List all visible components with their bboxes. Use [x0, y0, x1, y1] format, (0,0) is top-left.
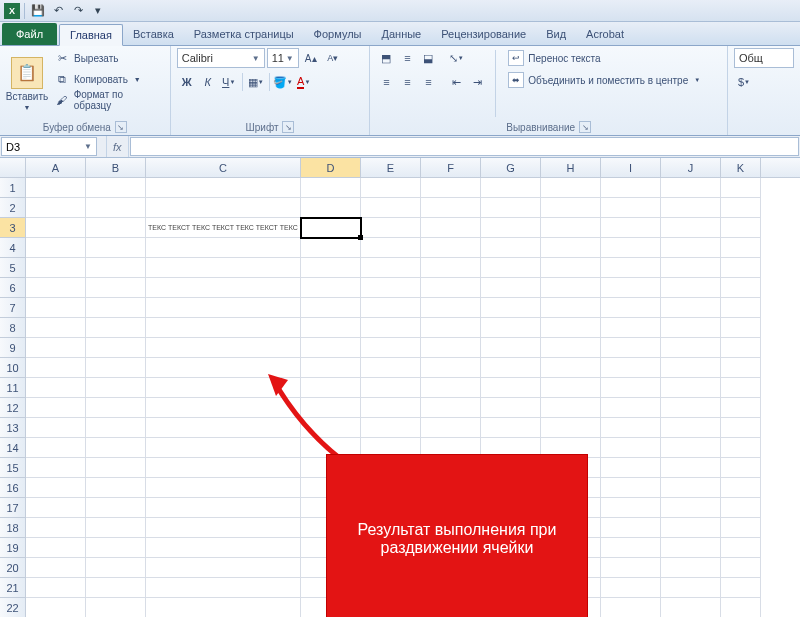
cell[interactable]: [661, 458, 721, 478]
tab-данные[interactable]: Данные: [371, 23, 431, 45]
cell[interactable]: [26, 178, 86, 198]
cell[interactable]: [661, 278, 721, 298]
row-header[interactable]: 3: [0, 218, 26, 238]
cell[interactable]: [721, 498, 761, 518]
cell[interactable]: [721, 578, 761, 598]
cell[interactable]: [26, 438, 86, 458]
cell[interactable]: [721, 398, 761, 418]
cell[interactable]: [481, 178, 541, 198]
row-header[interactable]: 11: [0, 378, 26, 398]
cell[interactable]: [721, 218, 761, 238]
cell[interactable]: [601, 438, 661, 458]
cell[interactable]: [721, 358, 761, 378]
cell[interactable]: [601, 578, 661, 598]
cell[interactable]: [361, 318, 421, 338]
orientation-button[interactable]: ⤡▼: [446, 48, 466, 68]
decrease-indent-button[interactable]: ⇤: [446, 72, 466, 92]
cell[interactable]: [721, 318, 761, 338]
row-header[interactable]: 14: [0, 438, 26, 458]
cell[interactable]: [661, 298, 721, 318]
cell[interactable]: [601, 478, 661, 498]
dialog-launcher-icon[interactable]: ↘: [115, 121, 127, 133]
cell[interactable]: [146, 338, 301, 358]
redo-button[interactable]: ↷: [69, 2, 87, 20]
row-header[interactable]: 1: [0, 178, 26, 198]
column-header[interactable]: H: [541, 158, 601, 177]
cell[interactable]: [26, 598, 86, 617]
merge-center-button[interactable]: ⬌Объединить и поместить в центре▼: [504, 70, 704, 90]
cell[interactable]: [26, 458, 86, 478]
cell[interactable]: [146, 298, 301, 318]
increase-font-size-button[interactable]: A▴: [301, 48, 321, 68]
cell[interactable]: [361, 198, 421, 218]
cell[interactable]: [86, 398, 146, 418]
cell[interactable]: [661, 398, 721, 418]
copy-button[interactable]: ⧉Копировать▼: [52, 69, 164, 89]
cell[interactable]: [26, 478, 86, 498]
cell[interactable]: [301, 278, 361, 298]
tab-acrobat[interactable]: Acrobat: [576, 23, 634, 45]
cell[interactable]: [661, 478, 721, 498]
decrease-font-size-button[interactable]: A▾: [323, 48, 343, 68]
cell[interactable]: [421, 258, 481, 278]
cell[interactable]: [721, 338, 761, 358]
cell[interactable]: [601, 278, 661, 298]
tab-разметка-страницы[interactable]: Разметка страницы: [184, 23, 304, 45]
column-header[interactable]: D: [301, 158, 361, 177]
cell[interactable]: [601, 418, 661, 438]
cell[interactable]: [481, 238, 541, 258]
cell[interactable]: [541, 358, 601, 378]
cell[interactable]: [721, 238, 761, 258]
column-header[interactable]: J: [661, 158, 721, 177]
cell[interactable]: [86, 258, 146, 278]
row-header[interactable]: 17: [0, 498, 26, 518]
column-header[interactable]: F: [421, 158, 481, 177]
cell[interactable]: [721, 478, 761, 498]
cell[interactable]: [421, 198, 481, 218]
cell[interactable]: [601, 258, 661, 278]
cell[interactable]: [361, 258, 421, 278]
cell[interactable]: [601, 318, 661, 338]
cell[interactable]: [721, 438, 761, 458]
cell[interactable]: [481, 218, 541, 238]
cell[interactable]: [661, 598, 721, 617]
align-left-button[interactable]: ≡: [376, 72, 396, 92]
cell[interactable]: [26, 198, 86, 218]
cell[interactable]: [26, 398, 86, 418]
cell[interactable]: [86, 358, 146, 378]
row-header[interactable]: 5: [0, 258, 26, 278]
cell[interactable]: [601, 378, 661, 398]
cell[interactable]: [541, 318, 601, 338]
cell[interactable]: [541, 338, 601, 358]
cell[interactable]: [26, 418, 86, 438]
cell[interactable]: [361, 238, 421, 258]
cell[interactable]: [26, 298, 86, 318]
font-name-combo[interactable]: Calibri▼: [177, 48, 265, 68]
cell[interactable]: [721, 518, 761, 538]
cell[interactable]: [541, 258, 601, 278]
number-format-combo[interactable]: Общ: [734, 48, 794, 68]
column-header[interactable]: I: [601, 158, 661, 177]
cell[interactable]: [541, 298, 601, 318]
file-tab[interactable]: Файл: [2, 23, 57, 45]
cell[interactable]: [661, 538, 721, 558]
cell[interactable]: [26, 258, 86, 278]
cell[interactable]: [721, 558, 761, 578]
cell[interactable]: [601, 398, 661, 418]
cell[interactable]: [661, 438, 721, 458]
cell[interactable]: [721, 198, 761, 218]
cell[interactable]: [661, 378, 721, 398]
cell[interactable]: [421, 338, 481, 358]
row-header[interactable]: 15: [0, 458, 26, 478]
cell[interactable]: [26, 518, 86, 538]
cell[interactable]: [601, 198, 661, 218]
cell[interactable]: [86, 578, 146, 598]
cell[interactable]: [146, 558, 301, 578]
align-center-button[interactable]: ≡: [397, 72, 417, 92]
cell[interactable]: [661, 178, 721, 198]
cell[interactable]: [86, 558, 146, 578]
cell[interactable]: [721, 278, 761, 298]
cell[interactable]: [481, 358, 541, 378]
cell[interactable]: [146, 538, 301, 558]
row-header[interactable]: 21: [0, 578, 26, 598]
